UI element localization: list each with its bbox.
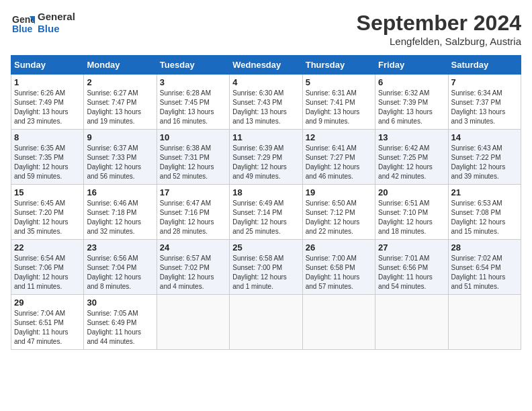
day-number: 10 — [160, 132, 226, 142]
day-detail: Sunrise: 6:30 AM Sunset: 7:43 PM Dayligh… — [232, 89, 299, 126]
calendar-cell — [302, 295, 375, 350]
calendar-table: SundayMondayTuesdayWednesdayThursdayFrid… — [11, 55, 521, 350]
day-detail: Sunrise: 6:34 AM Sunset: 7:37 PM Dayligh… — [451, 89, 518, 126]
calendar-day-header: Saturday — [448, 56, 521, 75]
day-number: 27 — [378, 242, 445, 253]
subtitle: Lengfelden, Salzburg, Austria — [357, 36, 521, 47]
calendar-cell — [448, 295, 521, 350]
calendar-cell: 25Sunrise: 6:58 AM Sunset: 7:00 PM Dayli… — [230, 240, 302, 295]
day-detail: Sunrise: 6:31 AM Sunset: 7:41 PM Dayligh… — [306, 89, 372, 126]
day-number: 21 — [451, 187, 518, 197]
day-detail: Sunrise: 6:28 AM Sunset: 7:45 PM Dayligh… — [160, 89, 226, 126]
logo-icon: General Blue — [11, 11, 35, 35]
day-number: 16 — [87, 187, 153, 197]
day-number: 28 — [451, 242, 518, 253]
day-number: 17 — [160, 187, 226, 197]
day-number: 6 — [378, 77, 445, 87]
day-number: 24 — [160, 242, 226, 253]
day-number: 15 — [14, 187, 81, 197]
calendar-cell: 2Sunrise: 6:27 AM Sunset: 7:47 PM Daylig… — [84, 75, 157, 130]
day-detail: Sunrise: 6:54 AM Sunset: 7:06 PM Dayligh… — [14, 254, 81, 291]
calendar-cell: 14Sunrise: 6:43 AM Sunset: 7:22 PM Dayli… — [448, 130, 521, 185]
calendar-header-row: SundayMondayTuesdayWednesdayThursdayFrid… — [11, 56, 521, 75]
calendar-day-header: Monday — [84, 56, 157, 75]
day-detail: Sunrise: 6:53 AM Sunset: 7:08 PM Dayligh… — [451, 199, 518, 236]
day-detail: Sunrise: 6:38 AM Sunset: 7:31 PM Dayligh… — [160, 144, 226, 181]
calendar-day-header: Wednesday — [230, 56, 302, 75]
day-detail: Sunrise: 6:32 AM Sunset: 7:39 PM Dayligh… — [378, 89, 445, 126]
day-number: 26 — [306, 242, 372, 253]
calendar-cell: 12Sunrise: 6:41 AM Sunset: 7:27 PM Dayli… — [302, 130, 375, 185]
calendar-cell: 19Sunrise: 6:50 AM Sunset: 7:12 PM Dayli… — [302, 185, 375, 240]
calendar-cell — [375, 295, 448, 350]
day-number: 25 — [232, 242, 299, 253]
day-detail: Sunrise: 6:50 AM Sunset: 7:12 PM Dayligh… — [306, 199, 372, 236]
calendar-cell: 30Sunrise: 7:05 AM Sunset: 6:49 PM Dayli… — [84, 295, 157, 350]
calendar-cell: 21Sunrise: 6:53 AM Sunset: 7:08 PM Dayli… — [448, 185, 521, 240]
day-detail: Sunrise: 6:45 AM Sunset: 7:20 PM Dayligh… — [14, 199, 81, 236]
day-number: 14 — [451, 132, 518, 142]
day-detail: Sunrise: 6:27 AM Sunset: 7:47 PM Dayligh… — [87, 89, 153, 126]
day-number: 29 — [14, 298, 81, 308]
day-detail: Sunrise: 6:47 AM Sunset: 7:16 PM Dayligh… — [160, 199, 226, 236]
calendar-day-header: Sunday — [11, 56, 84, 75]
calendar-cell — [157, 295, 229, 350]
calendar-cell: 4Sunrise: 6:30 AM Sunset: 7:43 PM Daylig… — [230, 75, 302, 130]
calendar-cell — [230, 295, 302, 350]
calendar-cell: 26Sunrise: 7:00 AM Sunset: 6:58 PM Dayli… — [302, 240, 375, 295]
day-detail: Sunrise: 6:57 AM Sunset: 7:02 PM Dayligh… — [160, 254, 226, 291]
calendar-cell: 22Sunrise: 6:54 AM Sunset: 7:06 PM Dayli… — [11, 240, 84, 295]
day-detail: Sunrise: 6:49 AM Sunset: 7:14 PM Dayligh… — [232, 199, 299, 236]
day-detail: Sunrise: 7:05 AM Sunset: 6:49 PM Dayligh… — [87, 309, 153, 347]
day-number: 30 — [87, 298, 153, 308]
title-area: September 2024 Lengfelden, Salzburg, Aus… — [357, 11, 521, 47]
day-detail: Sunrise: 7:00 AM Sunset: 6:58 PM Dayligh… — [306, 254, 372, 291]
day-detail: Sunrise: 6:35 AM Sunset: 7:35 PM Dayligh… — [14, 144, 81, 181]
day-detail: Sunrise: 6:46 AM Sunset: 7:18 PM Dayligh… — [87, 199, 153, 236]
calendar-week-row: 15Sunrise: 6:45 AM Sunset: 7:20 PM Dayli… — [11, 185, 521, 240]
calendar-cell: 7Sunrise: 6:34 AM Sunset: 7:37 PM Daylig… — [448, 75, 521, 130]
calendar-cell: 8Sunrise: 6:35 AM Sunset: 7:35 PM Daylig… — [11, 130, 84, 185]
day-detail: Sunrise: 6:51 AM Sunset: 7:10 PM Dayligh… — [378, 199, 445, 236]
day-number: 19 — [306, 187, 372, 197]
day-detail: Sunrise: 6:56 AM Sunset: 7:04 PM Dayligh… — [87, 254, 153, 291]
calendar-cell: 23Sunrise: 6:56 AM Sunset: 7:04 PM Dayli… — [84, 240, 157, 295]
calendar-cell: 18Sunrise: 6:49 AM Sunset: 7:14 PM Dayli… — [230, 185, 302, 240]
day-number: 23 — [87, 242, 153, 253]
day-detail: Sunrise: 6:26 AM Sunset: 7:49 PM Dayligh… — [14, 89, 81, 126]
calendar-cell: 24Sunrise: 6:57 AM Sunset: 7:02 PM Dayli… — [157, 240, 229, 295]
logo: General Blue General Blue — [11, 11, 75, 35]
day-detail: Sunrise: 6:58 AM Sunset: 7:00 PM Dayligh… — [232, 254, 299, 291]
calendar-cell: 9Sunrise: 6:37 AM Sunset: 7:33 PM Daylig… — [84, 130, 157, 185]
calendar-cell: 16Sunrise: 6:46 AM Sunset: 7:18 PM Dayli… — [84, 185, 157, 240]
day-detail: Sunrise: 6:43 AM Sunset: 7:22 PM Dayligh… — [451, 144, 518, 181]
day-number: 5 — [306, 77, 372, 87]
day-number: 18 — [232, 187, 299, 197]
day-number: 20 — [378, 187, 445, 197]
day-detail: Sunrise: 6:42 AM Sunset: 7:25 PM Dayligh… — [378, 144, 445, 181]
day-detail: Sunrise: 7:02 AM Sunset: 6:54 PM Dayligh… — [451, 254, 518, 291]
day-number: 2 — [87, 77, 153, 87]
day-number: 4 — [232, 77, 299, 87]
calendar-day-header: Friday — [375, 56, 448, 75]
day-detail: Sunrise: 6:37 AM Sunset: 7:33 PM Dayligh… — [87, 144, 153, 181]
calendar-cell: 5Sunrise: 6:31 AM Sunset: 7:41 PM Daylig… — [302, 75, 375, 130]
calendar-cell: 27Sunrise: 7:01 AM Sunset: 6:56 PM Dayli… — [375, 240, 448, 295]
calendar-week-row: 8Sunrise: 6:35 AM Sunset: 7:35 PM Daylig… — [11, 130, 521, 185]
month-title: September 2024 — [357, 11, 521, 36]
calendar-cell: 29Sunrise: 7:04 AM Sunset: 6:51 PM Dayli… — [11, 295, 84, 350]
logo-text-blue: Blue — [38, 23, 75, 35]
day-detail: Sunrise: 6:41 AM Sunset: 7:27 PM Dayligh… — [306, 144, 372, 181]
calendar-cell: 1Sunrise: 6:26 AM Sunset: 7:49 PM Daylig… — [11, 75, 84, 130]
day-detail: Sunrise: 7:01 AM Sunset: 6:56 PM Dayligh… — [378, 254, 445, 291]
day-number: 11 — [232, 132, 299, 142]
day-number: 8 — [14, 132, 81, 142]
day-detail: Sunrise: 7:04 AM Sunset: 6:51 PM Dayligh… — [14, 309, 81, 347]
calendar-cell: 17Sunrise: 6:47 AM Sunset: 7:16 PM Dayli… — [157, 185, 229, 240]
day-number: 22 — [14, 242, 81, 253]
calendar-cell: 15Sunrise: 6:45 AM Sunset: 7:20 PM Dayli… — [11, 185, 84, 240]
calendar-cell: 6Sunrise: 6:32 AM Sunset: 7:39 PM Daylig… — [375, 75, 448, 130]
calendar-cell: 10Sunrise: 6:38 AM Sunset: 7:31 PM Dayli… — [157, 130, 229, 185]
logo-text-general: General — [38, 11, 75, 23]
svg-text:Blue: Blue — [12, 24, 33, 34]
